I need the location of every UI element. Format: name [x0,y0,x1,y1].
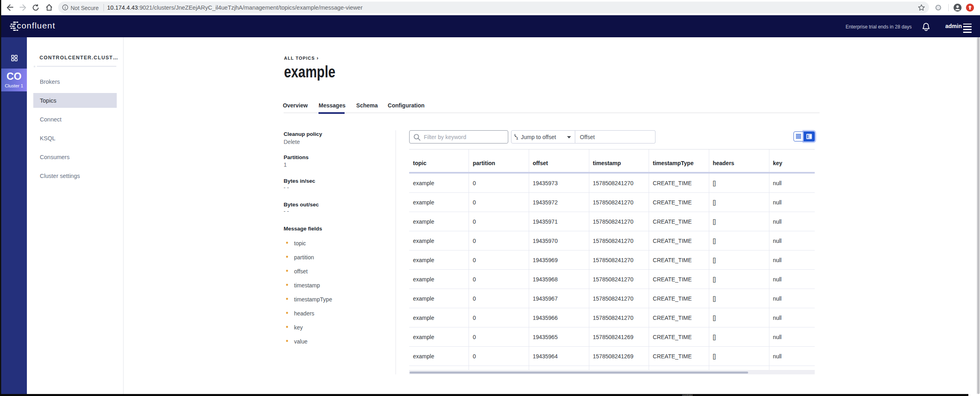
svg-text:1: 1 [516,136,519,140]
